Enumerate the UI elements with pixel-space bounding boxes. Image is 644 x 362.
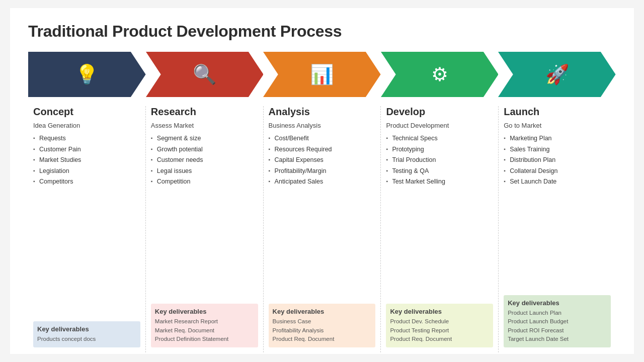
list-item: Test Market Selling	[386, 176, 493, 188]
arrows-row: 💡 🔍 📊 ⚙ 🚀	[28, 52, 616, 97]
search-icon: 🔍	[193, 65, 216, 84]
list-item: Sales Training	[504, 144, 611, 155]
key-del-text-concept: Products concept docs	[37, 335, 136, 343]
page-title: Traditional Product Development Process	[28, 22, 616, 41]
key-del-text-research: Market Research Report Market Req. Docum…	[155, 317, 254, 343]
col-bullets-develop: Technical SpecsPrototypingTrial Producti…	[386, 133, 493, 297]
slide: Traditional Product Development Process …	[10, 8, 634, 354]
list-item: Testing & QA	[386, 166, 493, 177]
arrow-develop: ⚙	[381, 52, 499, 97]
column-develop: DevelopProduct DevelopmentTechnical Spec…	[381, 106, 499, 352]
list-item: Trial Production	[386, 155, 493, 166]
key-deliverables-research: Key deliverablesMarket Research Report M…	[151, 304, 258, 347]
col-subtitle-research: Assess Market	[151, 122, 258, 129]
column-analysis: AnalysisBusiness AnalysisCost/BenefitRes…	[264, 106, 381, 352]
list-item: Requests	[33, 133, 140, 144]
list-item: Prototyping	[386, 144, 493, 155]
arrow-research: 🔍	[146, 52, 264, 97]
arrow-launch: 🚀	[498, 52, 616, 97]
chart-icon: 📊	[310, 65, 334, 84]
col-title-concept: Concept	[33, 106, 140, 120]
col-title-develop: Develop	[386, 106, 493, 120]
list-item: Legislation	[33, 166, 140, 177]
key-del-title-concept: Key deliverables	[37, 325, 136, 333]
lightbulb-icon: 💡	[75, 65, 99, 84]
list-item: Capital Expenses	[269, 155, 376, 166]
key-deliverables-analysis: Key deliverablesBusiness Case Profitabil…	[269, 304, 376, 347]
column-concept: ConceptIdea GenerationRequestsCustomer P…	[28, 106, 146, 352]
key-del-title-analysis: Key deliverables	[273, 308, 372, 315]
col-title-launch: Launch	[504, 106, 611, 120]
key-del-text-develop: Product Dev. Schedule Product Testing Re…	[390, 317, 489, 343]
rocket-icon: 🚀	[545, 65, 569, 84]
column-launch: LaunchGo to MarketMarketing PlanSales Tr…	[499, 106, 616, 352]
list-item: Competitors	[33, 176, 140, 188]
list-item: Segment & size	[151, 133, 258, 144]
key-deliverables-launch: Key deliverablesProduct Launch Plan Prod…	[504, 295, 611, 347]
key-del-title-launch: Key deliverables	[508, 299, 607, 307]
key-del-text-analysis: Business Case Profitability Analysis Pro…	[273, 317, 372, 343]
list-item: Growth potential	[151, 144, 258, 155]
col-subtitle-analysis: Business Analysis	[269, 122, 376, 129]
key-del-text-launch: Product Launch Plan Product Launch Budge…	[508, 309, 607, 343]
col-bullets-concept: RequestsCustomer PainMarket StudiesLegis…	[33, 133, 140, 314]
col-subtitle-launch: Go to Market	[504, 122, 611, 129]
key-deliverables-concept: Key deliverablesProducts concept docs	[33, 321, 140, 347]
list-item: Cost/Benefit	[269, 133, 376, 144]
arrow-concept: 💡	[28, 52, 146, 97]
list-item: Marketing Plan	[504, 133, 611, 144]
col-subtitle-concept: Idea Generation	[33, 122, 140, 129]
list-item: Customer Pain	[33, 144, 140, 155]
list-item: Technical Specs	[386, 133, 493, 144]
list-item: Profitability/Margin	[269, 166, 376, 177]
key-del-title-develop: Key deliverables	[390, 308, 489, 315]
col-title-research: Research	[151, 106, 258, 120]
col-title-analysis: Analysis	[269, 106, 376, 120]
list-item: Distribution Plan	[504, 155, 611, 166]
columns-row: ConceptIdea GenerationRequestsCustomer P…	[28, 106, 616, 352]
arrow-analysis: 📊	[263, 52, 381, 97]
list-item: Competition	[151, 176, 258, 188]
col-bullets-research: Segment & sizeGrowth potentialCustomer n…	[151, 133, 258, 297]
col-subtitle-develop: Product Development	[386, 122, 493, 129]
list-item: Anticipated Sales	[269, 176, 376, 188]
list-item: Set Launch Date	[504, 176, 611, 188]
list-item: Market Studies	[33, 155, 140, 166]
col-bullets-launch: Marketing PlanSales TrainingDistribution…	[504, 133, 611, 288]
key-del-title-research: Key deliverables	[155, 308, 254, 315]
list-item: Customer needs	[151, 155, 258, 166]
col-bullets-analysis: Cost/BenefitResources RequiredCapital Ex…	[269, 133, 376, 297]
list-item: Collateral Design	[504, 166, 611, 177]
key-deliverables-develop: Key deliverablesProduct Dev. Schedule Pr…	[386, 304, 493, 347]
gear-icon: ⚙	[431, 65, 448, 84]
list-item: Resources Required	[269, 144, 376, 155]
list-item: Legal issues	[151, 166, 258, 177]
column-research: ResearchAssess MarketSegment & sizeGrowt…	[146, 106, 264, 352]
